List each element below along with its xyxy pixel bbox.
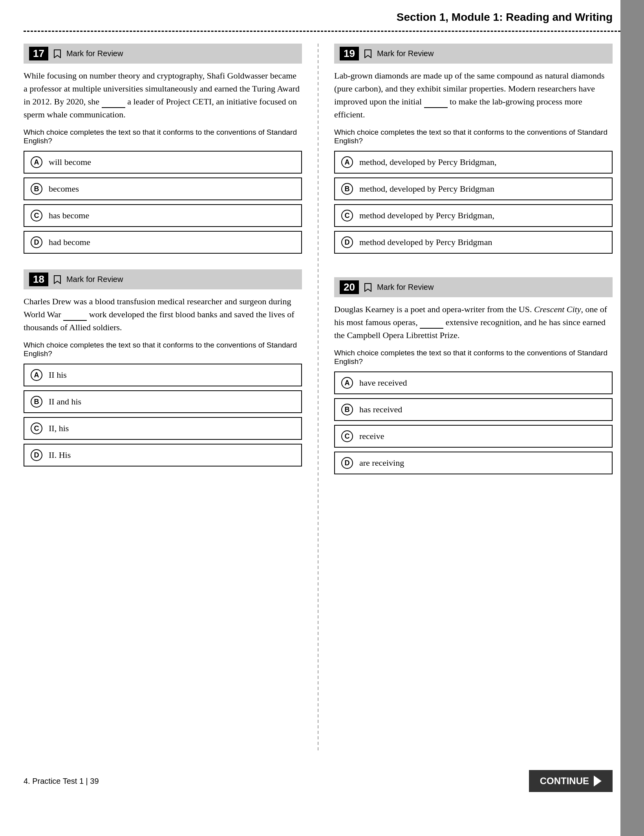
q20-mark-label[interactable]: Mark for Review [377,283,434,292]
question-20: 20 Mark for Review Douglas Kearney is a … [334,277,613,474]
bookmark-icon-20 [364,283,371,292]
q17-text-a: will become [49,157,91,167]
question-18: 18 Mark for Review Charles Drew was a bl… [24,269,302,466]
q20-choice-c[interactable]: C receive [334,425,613,448]
q19-letter-d: D [341,236,353,248]
q20-choice-b[interactable]: B has received [334,398,613,421]
q18-prompt: Which choice completes the text so that … [24,341,302,358]
bookmark-icon-18 [54,275,61,284]
q18-text-a: II his [49,370,67,380]
column-divider [318,44,318,750]
q17-header: 17 Mark for Review [24,44,302,64]
q18-blank [63,320,87,321]
q19-choice-d[interactable]: D method developed by Percy Bridgman [334,231,613,254]
q19-header: 19 Mark for Review [334,44,613,64]
q17-mark-label[interactable]: Mark for Review [66,49,123,58]
q19-letter-b: B [341,183,353,195]
q17-text-b: becomes [49,184,79,194]
q19-choice-c[interactable]: C method developed by Percy Bridgman, [334,204,613,227]
bookmark-icon [54,49,61,58]
q20-text-b: has received [359,404,402,415]
q20-text-d: are receiving [359,458,404,468]
q19-prompt: Which choice completes the text so that … [334,128,613,145]
q17-prompt: Which choice completes the text so that … [24,128,302,145]
q17-letter-d: D [31,236,42,248]
q17-letter-c: C [31,210,42,221]
q19-passage: Lab-grown diamonds are made up of the sa… [334,69,613,121]
q18-choice-d[interactable]: D II. His [24,444,302,466]
q19-text-d: method developed by Percy Bridgman [359,237,492,247]
q19-choice-b[interactable]: B method, developed by Percy Bridgman [334,177,613,200]
q18-letter-a: A [31,369,42,381]
q20-italic: Crescent City [534,304,581,314]
q20-letter-c: C [341,430,353,442]
q18-choices: A II his B II and his C II, his D II. Hi… [24,364,302,466]
q19-text-a: method, developed by Percy Bridgman, [359,157,496,167]
arrow-right-icon [594,776,602,787]
q18-choice-c[interactable]: C II, his [24,417,302,440]
header: Section 1, Module 1: Reading and Writing [0,0,644,24]
q19-text-b: method, developed by Percy Bridgman [359,184,494,194]
q17-number: 17 [29,47,48,60]
q19-blank [424,107,448,108]
q18-letter-b: B [31,396,42,408]
q17-choices: A will become B becomes C has become D h… [24,151,302,254]
q19-mark-label[interactable]: Mark for Review [377,49,434,58]
q17-blank [102,107,125,108]
q20-choices: A have received B has received C receive… [334,371,613,474]
q17-letter-b: B [31,183,42,195]
q18-text-d: II. His [49,450,71,460]
page-info: 4. Practice Test 1 | 39 [24,777,99,786]
question-17: 17 Mark for Review While focusing on num… [24,44,302,254]
main-content: 17 Mark for Review While focusing on num… [0,32,644,750]
q18-mark-label[interactable]: Mark for Review [66,275,123,284]
q17-choice-a[interactable]: A will become [24,151,302,174]
q20-header: 20 Mark for Review [334,277,613,297]
q19-letter-a: A [341,156,353,168]
q20-passage: Douglas Kearney is a poet and opera-writ… [334,303,613,342]
q17-text-d: had become [49,237,90,247]
q18-text-c: II, his [49,423,69,434]
q20-letter-d: D [341,457,353,469]
q20-choice-d[interactable]: D are receiving [334,452,613,474]
q19-choice-a[interactable]: A method, developed by Percy Bridgman, [334,151,613,174]
question-19: 19 Mark for Review Lab-grown diamonds ar… [334,44,613,254]
q17-choice-d[interactable]: D had become [24,231,302,254]
q17-choice-c[interactable]: C has become [24,204,302,227]
continue-label: CONTINUE [540,776,589,787]
svg-marker-2 [365,50,371,58]
q20-number: 20 [340,280,359,294]
q18-choice-a[interactable]: A II his [24,364,302,386]
q18-header: 18 Mark for Review [24,269,302,289]
q17-choice-b[interactable]: B becomes [24,177,302,200]
q19-letter-c: C [341,210,353,221]
q18-choice-b[interactable]: B II and his [24,390,302,413]
q18-text-b: II and his [49,397,81,407]
q18-letter-c: C [31,423,42,434]
q20-prompt: Which choice completes the text so that … [334,349,613,366]
bookmark-icon-19 [364,49,371,58]
page-title: Section 1, Module 1: Reading and Writing [397,11,613,24]
svg-marker-3 [365,284,371,291]
sidebar [620,0,644,836]
q20-choice-a[interactable]: A have received [334,371,613,394]
q20-letter-a: A [341,377,353,389]
q18-passage: Charles Drew was a blood transfusion med… [24,295,302,334]
q18-letter-d: D [31,449,42,461]
q20-text-c: receive [359,431,384,441]
footer: 4. Practice Test 1 | 39 CONTINUE [0,762,644,800]
svg-marker-1 [54,276,60,284]
q19-text-c: method developed by Percy Bridgman, [359,210,494,221]
q20-blank [420,328,443,329]
q17-text-c: has become [49,210,89,221]
q20-text-a: have received [359,378,407,388]
svg-marker-0 [54,50,60,58]
q18-number: 18 [29,273,48,286]
q19-number: 19 [340,47,359,60]
continue-button[interactable]: CONTINUE [529,770,613,792]
right-column: 19 Mark for Review Lab-grown diamonds ar… [334,44,613,750]
q17-letter-a: A [31,156,42,168]
q17-passage: While focusing on number theory and cryp… [24,69,302,121]
q19-choices: A method, developed by Percy Bridgman, B… [334,151,613,254]
left-column: 17 Mark for Review While focusing on num… [24,44,302,750]
